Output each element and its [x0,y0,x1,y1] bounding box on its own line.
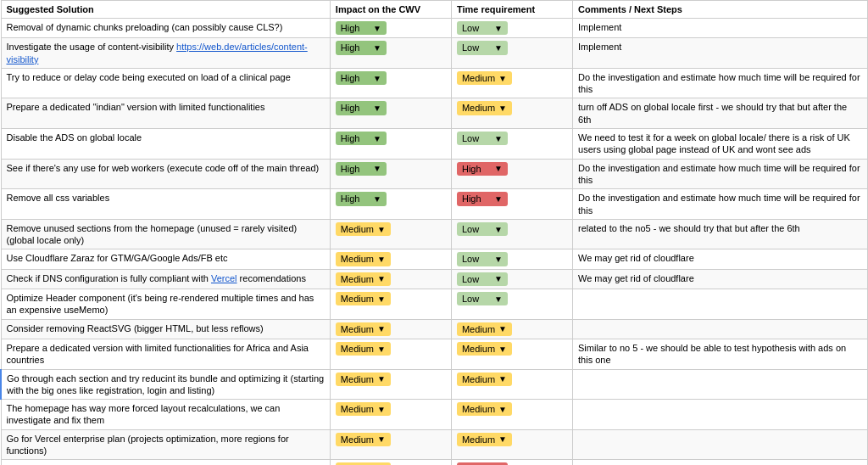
suggestion-cell: Prepare a dedicated version with limited… [1,339,330,369]
time-badge[interactable]: Medium▼ [457,342,512,356]
time-badge[interactable]: Medium▼ [457,322,512,336]
header-impact: Impact on the CWV [330,1,451,19]
impact-cell: High▼ [330,68,451,98]
header-suggestion: Suggested Solution [1,1,330,19]
time-cell: Medium▼ [451,319,572,339]
time-cell: Medium▼ [451,339,572,369]
time-cell: Low▼ [451,269,572,289]
time-cell: Medium▼ [451,429,572,460]
time-badge[interactable]: Low▼ [457,21,508,35]
comments-cell: We need to test it for a week on global … [573,129,867,160]
impact-cell: High▼ [330,19,451,38]
impact-badge[interactable]: Medium▼ [336,252,391,266]
suggestion-cell: Go through each section and try reducint… [1,369,330,400]
time-cell: Low▼ [451,129,572,160]
time-cell: Low▼ [451,289,572,320]
time-cell: High▼ [451,159,572,189]
impact-badge[interactable]: Medium▼ [336,222,391,236]
impact-badge[interactable]: High▼ [336,192,387,205]
impact-badge[interactable]: Medium▼ [336,373,391,386]
time-badge[interactable]: Medium▼ [457,373,512,386]
comments-cell: There is a ticket for that already [573,460,867,465]
time-cell: Medium▼ [451,400,572,430]
impact-badge[interactable]: Medium▼ [336,402,391,416]
comments-cell: Implement [573,38,867,69]
time-cell: High▼ [451,189,572,220]
time-badge[interactable]: Medium▼ [457,101,512,115]
suggestion-cell: Remove unused sections from the homepage… [1,219,330,249]
time-badge[interactable]: Medium▼ [457,433,512,446]
time-badge[interactable]: Low▼ [457,292,508,305]
impact-badge[interactable]: High▼ [336,162,387,176]
comments-cell: Similar to no 5 - we should be able to t… [573,339,867,369]
comments-cell: Do the investigation and estimate how mu… [573,189,867,220]
suggestion-cell: Removal of dynamic chunks preloading (ca… [1,19,330,38]
time-cell: Low▼ [451,219,572,249]
impact-badge[interactable]: High▼ [336,101,387,115]
time-cell: Low▼ [451,249,572,269]
impact-badge[interactable]: Medium▼ [336,433,391,446]
impact-cell: Medium▼ [330,289,451,320]
suggestion-cell: Prepare a dedicated "indian" version wit… [1,98,330,129]
impact-cell: Medium▼ [330,369,451,400]
comments-cell [573,400,867,430]
impact-cell: High▼ [330,129,451,160]
impact-cell: High▼ [330,159,451,189]
time-badge[interactable]: Low▼ [457,272,508,286]
time-cell: Low▼ [451,38,572,69]
impact-badge[interactable]: High▼ [336,41,387,54]
impact-badge[interactable]: High▼ [336,21,387,35]
time-badge[interactable]: High▼ [457,192,508,205]
suggestion-cell: Check if DNS configuration is fully comp… [1,269,330,289]
impact-badge[interactable]: Medium▼ [336,322,391,336]
comments-cell: We may get rid of cloudflare [573,249,867,269]
time-cell: Medium▼ [451,98,572,129]
time-badge[interactable]: Medium▼ [457,71,512,85]
comments-cell: We may get rid of cloudflare [573,269,867,289]
comments-cell: Do the investigation and estimate how mu… [573,68,867,98]
main-table: Suggested Solution Impact on the CWV Tim… [0,0,868,465]
time-cell: High▼ [451,460,572,465]
comments-cell: Do the investigation and estimate how mu… [573,159,867,189]
comments-cell: related to the no5 - we should try that … [573,219,867,249]
suggestion-cell: Use Cloudflare Zaraz for GTM/GA/Google A… [1,249,330,269]
impact-cell: Medium▼ [330,249,451,269]
suggestion-cell: Disable the ADS on global locale [1,129,330,160]
time-cell: Low▼ [451,19,572,38]
time-cell: Medium▼ [451,369,572,400]
impact-cell: Medium▼ [330,269,451,289]
suggestion-cell: Go for Vercel enterprise plan (projects … [1,429,330,460]
suggestion-cell: The homepage has way more forced layout … [1,400,330,430]
comments-cell: Implement [573,19,867,38]
impact-badge[interactable]: Medium▼ [336,342,391,356]
impact-cell: High▼ [330,189,451,220]
comments-cell [573,429,867,460]
time-badge[interactable]: Low▼ [457,132,508,145]
impact-badge[interactable]: High▼ [336,132,387,145]
time-badge[interactable]: Low▼ [457,222,508,236]
comments-cell [573,369,867,400]
suggestion-cell: Try to reduce or delay code being execut… [1,68,330,98]
time-badge[interactable]: Low▼ [457,252,508,266]
impact-badge[interactable]: Medium▼ [336,292,391,305]
impact-cell: High▼ [330,98,451,129]
impact-cell: Medium▼ [330,429,451,460]
impact-cell: High▼ [330,38,451,69]
suggestion-cell: Remove fetching on client side where pos… [1,460,330,465]
header-time: Time requirement [451,1,572,19]
time-badge[interactable]: High▼ [457,162,508,176]
impact-cell: Medium▼ [330,319,451,339]
header-comments: Comments / Next Steps [573,1,867,19]
impact-badge[interactable]: High▼ [336,71,387,85]
impact-badge[interactable]: Medium▼ [336,272,391,286]
comments-cell: turn off ADS on global locale first - we… [573,98,867,129]
suggestion-cell: See if there's any use for web workers (… [1,159,330,189]
suggestion-cell: Optimize Header component (it's being re… [1,289,330,320]
time-badge[interactable]: Medium▼ [457,402,512,416]
comments-cell [573,319,867,339]
suggestion-cell: Remove all css variables [1,189,330,220]
time-badge[interactable]: Low▼ [457,41,508,54]
impact-cell: Medium▼ [330,219,451,249]
time-cell: Medium▼ [451,68,572,98]
impact-cell: Medium▼ [330,400,451,430]
